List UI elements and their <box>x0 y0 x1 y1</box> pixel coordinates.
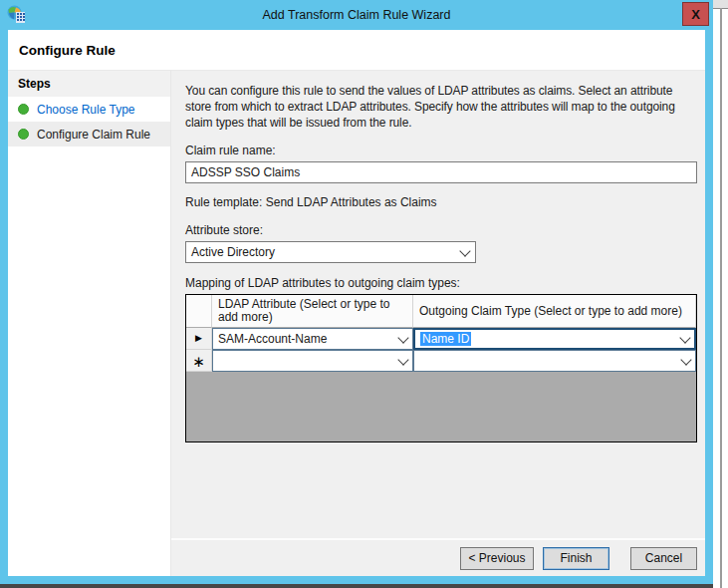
background-window-border <box>720 8 722 588</box>
grid-corner-header <box>186 295 212 328</box>
new-row-icon: ∗ <box>192 354 205 369</box>
previous-button[interactable]: < Previous <box>460 547 534 570</box>
background-window-bottom-edge <box>0 584 713 588</box>
grid-header-ldap-attribute: LDAP Attribute (Select or type to add mo… <box>212 295 413 328</box>
step-completed-icon <box>18 129 29 140</box>
cancel-button[interactable]: Cancel <box>630 547 697 570</box>
window-title: Add Transform Claim Rule Wizard <box>0 8 713 22</box>
finish-button-label: Finish <box>560 551 592 565</box>
claim-rule-name-input[interactable] <box>185 161 697 183</box>
chevron-down-icon <box>680 354 691 365</box>
sidebar-item-configure-claim-rule[interactable]: Configure Claim Rule <box>8 122 170 147</box>
grid-cell-outgoing-claim-type-new[interactable] <box>413 350 696 372</box>
outgoing-claim-type-value: Name ID <box>420 332 471 346</box>
chevron-down-icon <box>679 332 690 343</box>
page-header: Configure Rule <box>8 30 705 71</box>
chevron-down-icon <box>397 332 408 343</box>
ldap-attribute-dropdown-new[interactable] <box>212 350 413 372</box>
outgoing-claim-type-dropdown[interactable]: Name ID <box>413 328 696 350</box>
ldap-attribute-value: SAM-Account-Name <box>218 332 327 346</box>
main-content: You can configure this rule to send the … <box>171 71 705 538</box>
grid-empty-area <box>186 372 696 441</box>
rule-template-text: Rule template: Send LDAP Attributes as C… <box>185 195 697 209</box>
step-label[interactable]: Choose Rule Type <box>37 103 135 117</box>
ldap-attribute-dropdown[interactable]: SAM-Account-Name <box>212 328 413 350</box>
grid-cell-outgoing-claim-type[interactable]: Name ID <box>413 328 696 350</box>
dialog-body: Configure Rule Steps Choose Rule Type Co… <box>8 30 705 576</box>
grid-cell-ldap-attribute[interactable]: SAM-Account-Name <box>212 328 413 350</box>
chevron-down-icon <box>459 245 470 256</box>
grid-header-outgoing-claim-type: Outgoing Claim Type (Select or type to a… <box>413 295 696 328</box>
outgoing-claim-type-dropdown-new[interactable] <box>413 350 696 372</box>
finish-button[interactable]: Finish <box>543 547 609 570</box>
cancel-button-label: Cancel <box>645 551 682 565</box>
attribute-store-label: Attribute store: <box>185 223 697 237</box>
chevron-down-icon <box>397 354 408 365</box>
footer-button-bar: < Previous Finish Cancel <box>171 538 705 576</box>
previous-button-label: < Previous <box>468 551 525 565</box>
background-window-edge <box>713 0 728 588</box>
screen: Add Transform Claim Rule Wizard X Config… <box>0 0 728 588</box>
rule-description-text: You can configure this rule to send the … <box>185 83 697 131</box>
close-button[interactable]: X <box>682 2 709 26</box>
step-completed-icon <box>18 104 29 115</box>
content-row: Steps Choose Rule Type Configure Claim R… <box>8 71 705 576</box>
ldap-mapping-grid: LDAP Attribute (Select or type to add mo… <box>185 294 697 442</box>
steps-sidebar: Steps Choose Rule Type Configure Claim R… <box>8 71 171 576</box>
attribute-store-dropdown[interactable]: Active Directory <box>185 241 476 263</box>
close-icon: X <box>691 7 700 22</box>
main-panel: You can configure this rule to send the … <box>171 71 705 576</box>
attribute-store-value: Active Directory <box>191 245 275 259</box>
steps-heading: Steps <box>8 71 170 97</box>
page-title: Configure Rule <box>19 43 116 58</box>
mapping-label: Mapping of LDAP attributes to outgoing c… <box>185 276 697 290</box>
row-selector-new[interactable]: ∗ <box>186 350 212 372</box>
step-label: Configure Claim Rule <box>37 128 150 142</box>
current-row-icon: ▶ <box>195 334 202 343</box>
grid-cell-ldap-attribute-new[interactable] <box>212 350 413 372</box>
titlebar[interactable]: Add Transform Claim Rule Wizard X <box>0 0 713 30</box>
sidebar-item-choose-rule-type[interactable]: Choose Rule Type <box>8 97 170 122</box>
claim-rule-name-label: Claim rule name: <box>185 144 697 157</box>
row-selector-current[interactable]: ▶ <box>186 328 212 350</box>
add-transform-claim-rule-wizard-dialog: Add Transform Claim Rule Wizard X Config… <box>0 0 713 584</box>
